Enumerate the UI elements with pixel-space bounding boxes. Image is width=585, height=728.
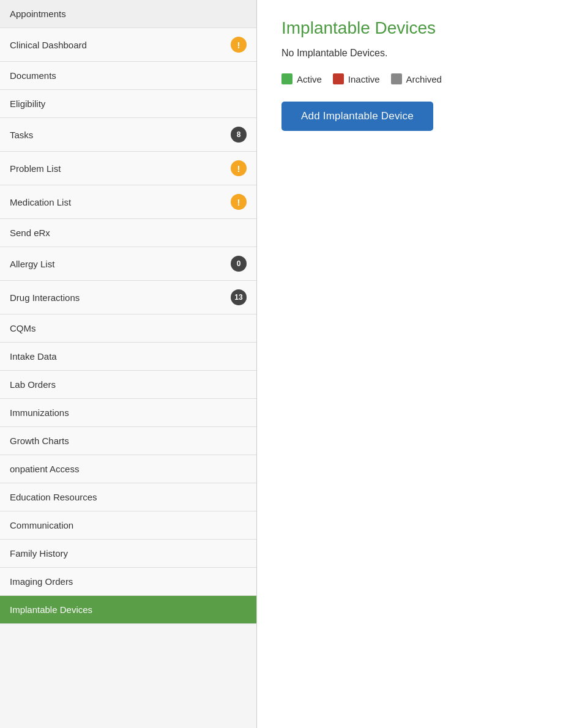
sidebar-item-lab-orders[interactable]: Lab Orders	[0, 371, 256, 399]
sidebar-item-label-growth-charts: Growth Charts	[10, 436, 69, 446]
badge-problem-list: !	[231, 160, 247, 176]
sidebar-item-onpatient-access[interactable]: onpatient Access	[0, 455, 256, 483]
legend-swatch-active	[281, 73, 292, 84]
sidebar-item-problem-list[interactable]: Problem List!	[0, 152, 256, 185]
sidebar-item-communication[interactable]: Communication	[0, 511, 256, 540]
legend-item-active: Active	[281, 73, 322, 84]
legend-label-inactive: Inactive	[348, 74, 380, 84]
sidebar-item-medication-list[interactable]: Medication List!	[0, 185, 256, 219]
badge-clinical-dashboard: !	[231, 37, 247, 53]
sidebar-item-appointments[interactable]: Appointments	[0, 0, 256, 28]
sidebar-item-label-cqms: CQMs	[10, 323, 36, 333]
sidebar-item-label-drug-interactions: Drug Interactions	[10, 292, 80, 303]
sidebar-item-clinical-dashboard[interactable]: Clinical Dashboard!	[0, 28, 256, 62]
sidebar-item-label-tasks: Tasks	[10, 130, 33, 140]
sidebar-item-immunizations[interactable]: Immunizations	[0, 399, 256, 427]
legend-item-archived: Archived	[391, 73, 442, 84]
badge-medication-list: !	[231, 194, 247, 210]
sidebar-item-label-problem-list: Problem List	[10, 163, 61, 174]
no-devices-text: No Implantable Devices.	[281, 48, 561, 59]
sidebar-item-label-family-history: Family History	[10, 548, 68, 559]
sidebar-item-eligibility[interactable]: Eligibility	[0, 90, 256, 118]
sidebar-item-cqms[interactable]: CQMs	[0, 314, 256, 343]
sidebar-item-label-allergy-list: Allergy List	[10, 259, 54, 269]
legend-label-active: Active	[297, 74, 322, 84]
sidebar-item-allergy-list[interactable]: Allergy List0	[0, 247, 256, 281]
sidebar-item-label-onpatient-access: onpatient Access	[10, 464, 79, 474]
sidebar-item-label-education-resources: Education Resources	[10, 492, 97, 502]
badge-drug-interactions: 13	[231, 289, 247, 305]
badge-tasks: 8	[231, 127, 247, 143]
legend-item-inactive: Inactive	[333, 73, 380, 84]
sidebar-item-label-eligibility: Eligibility	[10, 98, 45, 109]
sidebar-item-label-appointments: Appointments	[10, 9, 66, 19]
sidebar-item-intake-data[interactable]: Intake Data	[0, 343, 256, 371]
legend-swatch-archived	[391, 73, 402, 84]
sidebar-item-education-resources[interactable]: Education Resources	[0, 483, 256, 511]
sidebar-item-label-medication-list: Medication List	[10, 197, 71, 207]
sidebar-item-imaging-orders[interactable]: Imaging Orders	[0, 568, 256, 596]
sidebar-item-growth-charts[interactable]: Growth Charts	[0, 427, 256, 455]
sidebar-item-label-lab-orders: Lab Orders	[10, 379, 56, 390]
badge-allergy-list: 0	[231, 256, 247, 272]
sidebar-item-label-clinical-dashboard: Clinical Dashboard	[10, 40, 87, 50]
sidebar-item-label-communication: Communication	[10, 520, 73, 530]
page-title: Implantable Devices	[281, 18, 561, 38]
sidebar-item-send-erx[interactable]: Send eRx	[0, 219, 256, 247]
sidebar-item-family-history[interactable]: Family History	[0, 540, 256, 568]
legend-label-archived: Archived	[406, 74, 442, 84]
legend-swatch-inactive	[333, 73, 344, 84]
sidebar-item-label-documents: Documents	[10, 70, 56, 81]
sidebar-item-label-immunizations: Immunizations	[10, 407, 69, 418]
sidebar: AppointmentsClinical Dashboard!Documents…	[0, 0, 257, 728]
legend: ActiveInactiveArchived	[281, 73, 561, 84]
sidebar-item-documents[interactable]: Documents	[0, 62, 256, 90]
sidebar-item-implantable-devices[interactable]: Implantable Devices	[0, 596, 256, 624]
sidebar-item-label-imaging-orders: Imaging Orders	[10, 576, 73, 587]
main-content: Implantable Devices No Implantable Devic…	[257, 0, 585, 728]
sidebar-item-tasks[interactable]: Tasks8	[0, 118, 256, 152]
add-implantable-device-button[interactable]: Add Implantable Device	[281, 102, 433, 131]
sidebar-item-label-intake-data: Intake Data	[10, 351, 57, 362]
sidebar-item-label-implantable-devices: Implantable Devices	[10, 604, 92, 615]
sidebar-item-drug-interactions[interactable]: Drug Interactions13	[0, 281, 256, 314]
sidebar-item-label-send-erx: Send eRx	[10, 228, 50, 238]
